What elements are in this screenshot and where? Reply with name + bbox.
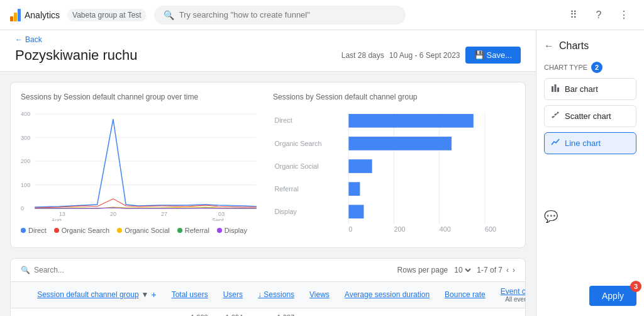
table-search[interactable]: 🔍 (21, 266, 128, 274)
account-badge[interactable]: Vabeta group at Test (67, 9, 147, 21)
svg-point-39 (557, 112, 559, 114)
svg-text:Referral: Referral (274, 185, 298, 193)
save-label: Save... (487, 50, 512, 60)
col-event-count[interactable]: Event count All events ▼ (493, 282, 525, 308)
col-avg-session[interactable]: Average session duration (337, 282, 437, 308)
legend-dot-organic-search (54, 228, 59, 233)
back-link[interactable]: ← Back (15, 35, 521, 44)
save-icon: 💾 (474, 50, 484, 60)
help-icon[interactable]: ? (589, 5, 609, 25)
back-label: Back (25, 35, 42, 44)
legend-organic-search: Organic Search (54, 227, 109, 234)
search-icon: 🔍 (164, 10, 174, 20)
sort-icon[interactable]: ▼ (142, 290, 149, 299)
rows-per-page-select[interactable]: 102550 (452, 265, 473, 275)
chart-type-text: CHART TYPE (544, 64, 587, 71)
panel-title: Charts (559, 40, 589, 52)
apply-label: Apply (602, 291, 624, 301)
add-col-icon[interactable]: + (151, 290, 156, 300)
page-title-row: Pozyskiwanie ruchu Last 28 days 10 Aug -… (15, 47, 521, 64)
svg-point-41 (556, 113, 557, 115)
legend-direct: Direct (21, 227, 47, 234)
col-bounce-rate[interactable]: Bounce rate (437, 282, 493, 308)
summary-row: 1,008 100% of total 1,004 100% of total … (11, 308, 525, 316)
rows-per-page: Rows per page 102550 1-7 of 7 ‹ › (397, 265, 515, 275)
scatter-chart-label: Scatter chart (565, 111, 611, 121)
more-icon[interactable]: ⋮ (614, 5, 634, 25)
svg-rect-35 (555, 84, 557, 92)
svg-text:400: 400 (440, 225, 451, 233)
rows-per-page-label: Rows per page (397, 266, 448, 274)
legend-organic-social: Organic Social (117, 227, 170, 234)
svg-point-40 (553, 116, 555, 117)
col-sessions[interactable]: ↓ Sessions (250, 282, 302, 308)
col-num (11, 282, 30, 308)
table-search-input[interactable] (34, 266, 128, 274)
chat-icon[interactable]: 💬 (544, 210, 636, 223)
svg-text:03: 03 (218, 211, 225, 217)
svg-text:400: 400 (21, 111, 30, 117)
main-layout: ← Back Pozyskiwanie ruchu Last 28 days 1… (0, 30, 644, 316)
svg-rect-33 (348, 205, 364, 218)
grid-icon[interactable]: ⠿ (564, 5, 584, 25)
table-search-icon: 🔍 (21, 266, 30, 274)
svg-text:200: 200 (394, 225, 406, 233)
svg-text:100: 100 (21, 182, 30, 188)
save-button[interactable]: 💾 Save... (465, 47, 521, 64)
svg-rect-30 (348, 137, 452, 150)
col-views[interactable]: Views (302, 282, 337, 308)
panel-spacer: 💬 (544, 210, 636, 229)
svg-rect-36 (557, 87, 559, 92)
bar-chart-icon (551, 84, 560, 94)
search-bar[interactable]: 🔍 (154, 6, 406, 25)
date-range-label: Last 28 days (341, 51, 384, 60)
svg-rect-31 (348, 159, 372, 173)
next-page-icon[interactable]: › (513, 266, 515, 274)
legend-dot-referral (177, 228, 182, 233)
table-container: Session default channel group ▼ + Total … (11, 282, 525, 316)
svg-text:Aug: Aug (52, 217, 62, 221)
date-range: Last 28 days 10 Aug - 6 Sept 2023 💾 Save… (341, 47, 521, 64)
panel-back-icon[interactable]: ← (544, 40, 554, 52)
svg-text:Organic Search: Organic Search (274, 140, 321, 147)
summary-sessions: 1,087 (258, 313, 294, 316)
prev-page-icon[interactable]: ‹ (506, 266, 509, 274)
panel-footer: Apply 3 (544, 278, 636, 306)
charts-section: Sessions by Session default channel grou… (10, 82, 526, 248)
right-panel: ← Charts CHART TYPE 2 Bar chart (536, 30, 644, 316)
page-header: ← Back Pozyskiwanie ruchu Last 28 days 1… (0, 30, 536, 72)
chart-type-badge: 2 (591, 62, 602, 73)
col-channel[interactable]: Session default channel group ▼ + (30, 282, 164, 308)
date-range-value: 10 Aug - 6 Sept 2023 (389, 51, 460, 60)
line-chart-container: Sessions by Session default channel grou… (21, 93, 263, 237)
top-bar-icons: ⠿ ? ⋮ (564, 5, 634, 25)
svg-rect-29 (348, 114, 474, 128)
chart-option-line[interactable]: Line chart (544, 132, 636, 154)
svg-text:0: 0 (348, 225, 352, 233)
legend-dot-direct (21, 228, 26, 233)
svg-text:Sept: Sept (212, 217, 224, 221)
scatter-chart-icon (551, 111, 560, 121)
line-chart-label: Line chart (565, 138, 601, 148)
app-logo: Analytics (10, 9, 60, 21)
apply-button[interactable]: Apply 3 (589, 286, 636, 306)
svg-text:Direct: Direct (274, 116, 292, 124)
pagination-info: 1-7 of 7 (477, 266, 502, 274)
data-table: Session default channel group ▼ + Total … (11, 282, 525, 316)
content-area: ← Back Pozyskiwanie ruchu Last 28 days 1… (0, 30, 536, 316)
col-total-users[interactable]: Total users (164, 282, 216, 308)
col-users[interactable]: Users (216, 282, 250, 308)
table-header-row: Session default channel group ▼ + Total … (11, 282, 525, 308)
search-input[interactable] (179, 10, 396, 20)
chart-option-bar[interactable]: Bar chart (544, 78, 636, 100)
legend-dot-organic-social (117, 228, 122, 233)
table-toolbar: 🔍 Rows per page 102550 1-7 of 7 ‹ › (11, 259, 525, 282)
col-channel-label[interactable]: Session default channel group (37, 290, 138, 299)
bar-chart-label: Bar chart (565, 84, 598, 94)
logo-bar-3 (18, 9, 21, 21)
legend-dot-display (217, 228, 222, 233)
summary-total-users: 1,008 (172, 313, 208, 316)
apply-badge: 3 (630, 281, 641, 292)
chart-type-label: CHART TYPE 2 (544, 62, 636, 73)
chart-option-scatter[interactable]: Scatter chart (544, 105, 636, 127)
